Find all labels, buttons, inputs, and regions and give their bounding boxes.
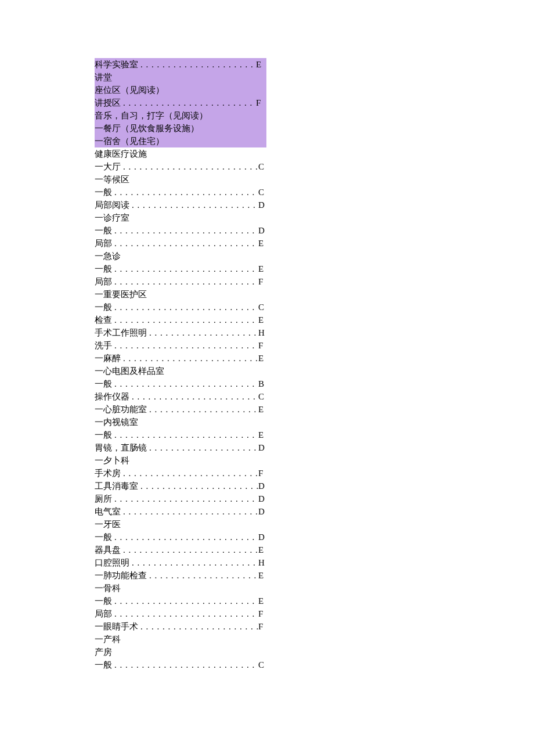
toc-row: 一产科	[95, 633, 269, 646]
toc-value: E	[258, 314, 269, 326]
toc-label: 一眼睛手术	[95, 620, 138, 633]
toc-value: C	[258, 390, 269, 403]
toc-label: 一般	[95, 377, 112, 390]
toc-leader-dots	[147, 569, 258, 582]
toc-leader-dots	[112, 262, 258, 275]
toc-value: B	[258, 377, 269, 390]
toc-label: 一产科	[95, 633, 121, 646]
toc-value: E	[258, 352, 269, 365]
toc-label: 讲堂	[95, 71, 112, 84]
toc-row: 产房	[95, 646, 269, 658]
toc-row: 电气室D	[95, 505, 269, 518]
toc-label: 电气室	[95, 505, 121, 518]
toc-label: 一心脏功能室	[95, 403, 147, 416]
toc-leader-dots	[112, 237, 258, 250]
toc-row: 讲授区F	[95, 96, 266, 109]
toc-row: 检查E	[95, 314, 269, 326]
toc-label: 局部	[95, 237, 112, 250]
toc-row: 洗手F	[95, 339, 269, 352]
toc-row: 局部F	[95, 275, 269, 288]
toc-leader-dots	[112, 595, 258, 607]
toc-row: 口腔照明H	[95, 556, 269, 569]
toc-row: 一般C	[95, 301, 269, 314]
toc-row: 手术工作照明H	[95, 326, 269, 339]
toc-label: 局部阅读	[95, 199, 129, 211]
toc-value: E	[258, 543, 269, 556]
toc-row: 操作仪器C	[95, 390, 269, 403]
toc-row: 一大厅C	[95, 160, 269, 173]
toc-leader-dots	[121, 543, 258, 556]
toc-label: 一餐厅（见饮食服务设施）	[95, 122, 199, 135]
toc-value: F	[258, 607, 269, 620]
toc-leader-dots	[112, 377, 258, 390]
toc-label: 一肺功能检查	[95, 569, 147, 582]
toc-row: 一诊疗室	[95, 211, 269, 224]
toc-label: 科学实验室	[95, 58, 138, 71]
toc-value: D	[258, 492, 269, 505]
toc-row: 一般C	[95, 658, 269, 671]
toc-leader-dots	[112, 339, 258, 352]
toc-row: 厕所D	[95, 492, 269, 505]
toc-leader-dots	[121, 96, 256, 109]
toc-value: F	[256, 96, 266, 109]
toc-row: 手术房F	[95, 467, 269, 480]
toc-label: 产房	[95, 646, 112, 658]
toc-label: 胃镜，直肠镜	[95, 441, 147, 454]
toc-label: 口腔照明	[95, 556, 129, 569]
toc-row: 讲堂	[95, 71, 266, 84]
toc-leader-dots	[147, 441, 258, 454]
toc-value: D	[258, 199, 269, 211]
toc-row: 一眼睛手术F	[95, 620, 269, 633]
toc-row: 一等候区	[95, 173, 269, 186]
toc-leader-dots	[121, 352, 258, 365]
toc-leader-dots	[112, 429, 258, 441]
toc-label: 一般	[95, 429, 112, 441]
toc-label: 一夕卜科	[95, 454, 129, 467]
toc-row: 胃镜，直肠镜D	[95, 441, 269, 454]
toc-label: 一麻醉	[95, 352, 121, 365]
toc-leader-dots	[112, 658, 258, 671]
toc-leader-dots	[112, 531, 258, 543]
toc-value: F	[258, 620, 269, 633]
toc-row: 一重要医护区	[95, 288, 269, 301]
toc-row: 一麻醉E	[95, 352, 269, 365]
toc-label: 一般	[95, 531, 112, 543]
toc-row: 一心脏功能室E	[95, 403, 269, 416]
toc-row: 局部阅读D	[95, 199, 269, 211]
toc-row: 健康医疗设施	[95, 147, 269, 160]
toc-label: 器具盘	[95, 543, 121, 556]
toc-value: C	[258, 186, 269, 199]
toc-label: 一般	[95, 186, 112, 199]
toc-value: E	[258, 569, 269, 582]
toc-leader-dots	[112, 301, 258, 314]
toc-leader-dots	[129, 199, 258, 211]
toc-leader-dots	[112, 314, 258, 326]
toc-label: 局部	[95, 607, 112, 620]
toc-label: 一诊疗室	[95, 211, 129, 224]
toc-label: 洗手	[95, 339, 112, 352]
toc-label: 厕所	[95, 492, 112, 505]
toc-row: 一肺功能检查E	[95, 569, 269, 582]
toc-label: 讲授区	[95, 96, 121, 109]
toc-value: C	[258, 658, 269, 671]
toc-label: 一般	[95, 658, 112, 671]
toc-leader-dots	[112, 186, 258, 199]
toc-leader-dots	[112, 492, 258, 505]
toc-value: H	[258, 556, 269, 569]
document-page: 科学实验室E讲堂座位区（见阅读）讲授区F音乐，自习，打字（见阅读）一餐厅（见饮食…	[0, 0, 269, 671]
toc-row: 一般C	[95, 186, 269, 199]
toc-label: 一心电图及样品室	[95, 365, 164, 377]
toc-value: E	[256, 58, 266, 71]
toc-label: 一般	[95, 301, 112, 314]
toc-value: F	[258, 339, 269, 352]
toc-label: 一骨科	[95, 582, 121, 595]
toc-leader-dots	[138, 620, 258, 633]
toc-value: D	[258, 531, 269, 543]
toc-row: 座位区（见阅读）	[95, 84, 266, 96]
toc-row: 局部F	[95, 607, 269, 620]
toc-value: C	[258, 301, 269, 314]
toc-row: 一般D	[95, 531, 269, 543]
toc-leader-dots	[138, 480, 258, 492]
toc-value: H	[258, 326, 269, 339]
toc-leader-dots	[112, 607, 258, 620]
